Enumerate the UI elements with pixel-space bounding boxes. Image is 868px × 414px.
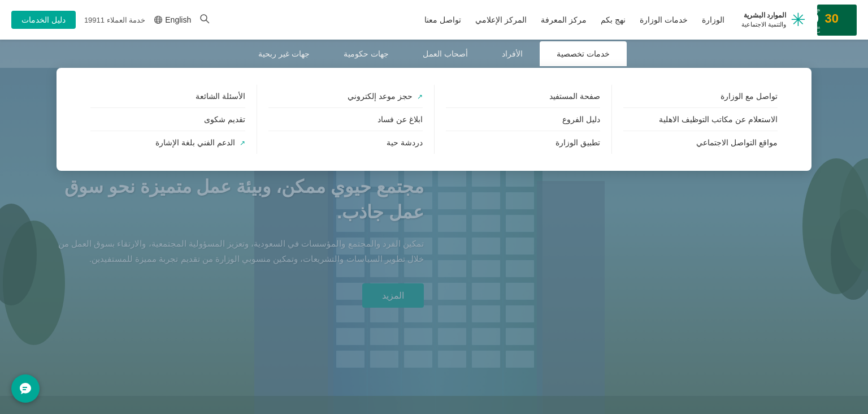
nav-right-section: VISION أرؤية 20 30 KINGDOM OF SAUDI ARAB… [419, 5, 857, 36]
chat-icon [19, 382, 32, 395]
tab-individuals[interactable]: الأفراد [485, 41, 540, 66]
dropdown-col-3: ↗ حجز موعد إلكتروني ابلاغ عن فساد دردشة … [257, 85, 434, 154]
svg-text:KINGDOM OF SAUDI ARABIA: KINGDOM OF SAUDI ARABIA [817, 27, 820, 29]
nav-link-approach[interactable]: نهج بكم [595, 12, 631, 27]
search-icon [199, 14, 210, 24]
link-report-corruption[interactable]: ابلاغ عن فساد [268, 108, 423, 131]
customer-service-text: خدمة العملاء 19911 [84, 16, 145, 24]
chat-button[interactable] [11, 374, 40, 403]
vision-logo-area: VISION أرؤية 20 30 KINGDOM OF SAUDI ARAB… [817, 5, 857, 36]
dropdown-grid: تواصل مع الوزارة الاستعلام عن مكاتب التو… [79, 85, 789, 154]
language-label: English [165, 15, 191, 24]
link-contact-ministry[interactable]: تواصل مع الوزارة [623, 85, 778, 108]
search-button[interactable] [199, 14, 210, 27]
tab-employers[interactable]: أصحاب العمل [406, 41, 485, 66]
nav-link-knowledge[interactable]: مركز المعرفة [535, 12, 592, 27]
svg-text:30: 30 [825, 11, 839, 25]
tab-government-link[interactable]: جهات حكومية [327, 41, 406, 66]
link-live-chat[interactable]: دردشة حية [268, 131, 423, 154]
tab-specialized-link[interactable]: خدمات تخصصية [540, 41, 627, 66]
ministry-name-line1: الموارد البشرية [741, 11, 786, 20]
tab-specialized[interactable]: خدمات تخصصية [540, 41, 627, 66]
main-nav-menu: الوزارة خدمات الوزارة نهج بكم مركز المعر… [419, 15, 730, 25]
link-sign-language[interactable]: ↗ الدعم الفني بلغة الإشارة [90, 131, 245, 154]
secondary-navigation: خدمات تخصصية الأفراد أصحاب العمل جهات حك… [0, 40, 868, 68]
tab-individuals-link[interactable]: الأفراد [485, 41, 540, 66]
dropdown-panel: تواصل مع الوزارة الاستعلام عن مكاتب التو… [57, 68, 811, 171]
svg-text:المملكة العربية السعودية: المملكة العربية السعودية [817, 31, 820, 33]
nav-link-contact[interactable]: تواصل معنا [419, 12, 467, 27]
svg-line-101 [206, 20, 209, 23]
service-guide-button[interactable]: دليل الخدمات [11, 11, 76, 29]
tab-nonprofit[interactable]: جهات غير ربحية [241, 41, 327, 66]
link-beneficiary-page[interactable]: صفحة المستفيد [446, 85, 600, 108]
link-social-media[interactable]: مواقع التواصل الاجتماعي [623, 131, 778, 154]
dropdown-col-1: تواصل مع الوزارة الاستعلام عن مكاتب التو… [611, 85, 789, 154]
link-complaint[interactable]: تقديم شكوى [90, 108, 245, 131]
ministry-star-icon: ✳ [791, 11, 806, 29]
top-navigation: VISION أرؤية 20 30 KINGDOM OF SAUDI ARAB… [0, 0, 868, 40]
nav-item-knowledge[interactable]: مركز المعرفة [535, 15, 592, 25]
nav-left-section: English خدمة العملاء 19911 دليل الخدمات [11, 11, 210, 29]
nav-item-media[interactable]: المركز الإعلامي [470, 15, 532, 25]
tab-government[interactable]: جهات حكومية [327, 41, 406, 66]
link-book-appointment[interactable]: ↗ حجز موعد إلكتروني [268, 85, 423, 108]
nav-item-approach[interactable]: نهج بكم [595, 15, 631, 25]
language-button[interactable]: English [154, 15, 191, 24]
vision-2030-logo: VISION أرؤية 20 30 KINGDOM OF SAUDI ARAB… [817, 5, 857, 36]
nav-link-services[interactable]: خدمات الوزارة [634, 12, 693, 27]
dropdown-col-4: الأسئلة الشائعة تقديم شكوى ↗ الدعم الفني… [79, 85, 257, 154]
ministry-name: الموارد البشرية والتنمية الاجتماعية [741, 11, 786, 29]
nav-item-services[interactable]: خدمات الوزارة [634, 15, 693, 25]
ministry-logo: ✳ الموارد البشرية والتنمية الاجتماعية [741, 11, 806, 29]
nav-link-ministry[interactable]: الوزارة [696, 12, 730, 27]
nav-item-contact[interactable]: تواصل معنا [419, 15, 467, 25]
link-faq[interactable]: الأسئلة الشائعة [90, 85, 245, 108]
nav-link-media[interactable]: المركز الإعلامي [470, 12, 532, 27]
tab-nonprofit-link[interactable]: جهات غير ربحية [241, 41, 327, 66]
link-ministry-app[interactable]: تطبيق الوزارة [446, 131, 600, 154]
link-recruitment-offices[interactable]: الاستعلام عن مكاتب التوظيف الاهلية [623, 108, 778, 131]
nav-item-ministry[interactable]: الوزارة [696, 15, 730, 25]
secondary-tabs-list: خدمات تخصصية الأفراد أصحاب العمل جهات حك… [241, 41, 626, 66]
link-branches-guide[interactable]: دليل الفروع [446, 108, 600, 131]
external-icon-appointment: ↗ [417, 93, 423, 101]
external-icon-sign-language: ↗ [240, 139, 245, 147]
globe-icon [154, 15, 163, 24]
tab-employers-link[interactable]: أصحاب العمل [406, 41, 485, 66]
dropdown-col-2: صفحة المستفيد دليل الفروع تطبيق الوزارة [434, 85, 611, 154]
svg-text:20: 20 [817, 11, 819, 25]
ministry-name-line2: والتنمية الاجتماعية [741, 20, 786, 29]
